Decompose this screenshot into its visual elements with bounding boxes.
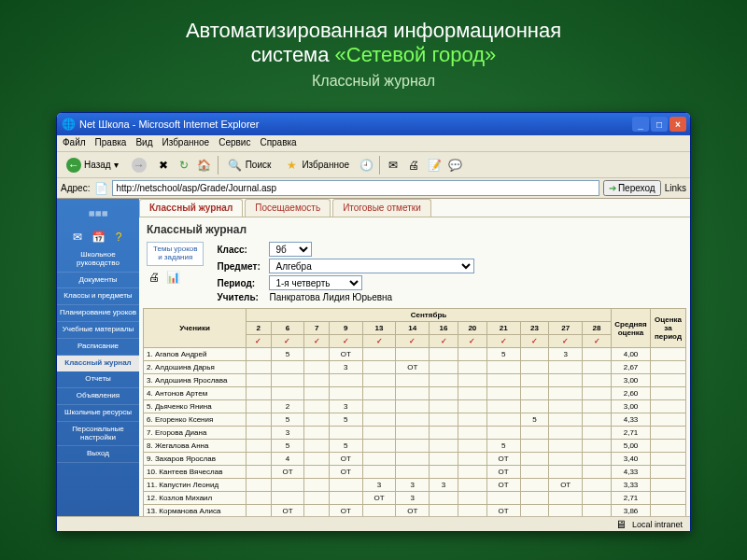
- grade-cell[interactable]: [304, 361, 330, 374]
- grade-cell[interactable]: [362, 374, 396, 387]
- grade-cell[interactable]: [486, 413, 520, 427]
- grade-cell[interactable]: [304, 413, 330, 427]
- help-icon[interactable]: ?: [111, 230, 126, 245]
- grade-cell[interactable]: 3: [396, 479, 430, 492]
- grade-cell[interactable]: [362, 400, 396, 413]
- grade-cell[interactable]: 3: [329, 361, 362, 374]
- grade-cell[interactable]: [362, 387, 396, 400]
- grade-cell[interactable]: [329, 374, 362, 387]
- grade-cell[interactable]: [247, 492, 272, 505]
- grade-cell[interactable]: [583, 361, 612, 374]
- period-select[interactable]: 1-я четверть: [269, 275, 362, 290]
- mail-icon[interactable]: ✉: [386, 158, 401, 173]
- grade-cell[interactable]: [362, 453, 396, 466]
- grade-cell[interactable]: ОТ: [396, 361, 430, 374]
- menu-view[interactable]: Вид: [135, 137, 152, 149]
- calendar-icon[interactable]: 📅: [91, 230, 106, 245]
- grade-cell[interactable]: [430, 492, 458, 505]
- grade-cell[interactable]: [583, 413, 612, 427]
- tab-attendance[interactable]: Посещаемость: [245, 199, 331, 217]
- grade-cell[interactable]: [583, 348, 612, 361]
- grade-cell[interactable]: [549, 440, 583, 453]
- sidebar-item[interactable]: Школьное руководство: [57, 247, 139, 273]
- history-icon[interactable]: 🕘: [359, 158, 374, 173]
- grade-cell[interactable]: [520, 453, 549, 466]
- grade-cell[interactable]: [396, 348, 430, 361]
- sidebar-item[interactable]: Документы: [57, 273, 139, 289]
- grade-cell[interactable]: [304, 387, 330, 400]
- grade-cell[interactable]: 2: [271, 400, 304, 413]
- grade-cell[interactable]: [549, 492, 583, 505]
- grade-cell[interactable]: [458, 492, 486, 505]
- themes-button[interactable]: Темы уроков и задания: [147, 242, 204, 266]
- grade-cell[interactable]: [329, 387, 362, 400]
- grade-cell[interactable]: [362, 413, 396, 427]
- grade-cell[interactable]: 3: [271, 427, 304, 440]
- grade-cell[interactable]: ОТ: [271, 505, 304, 517]
- grade-cell[interactable]: [247, 479, 272, 492]
- grade-cell[interactable]: 5: [271, 440, 304, 453]
- grade-cell[interactable]: [396, 440, 430, 453]
- grade-cell[interactable]: ОТ: [486, 453, 520, 466]
- grade-cell[interactable]: 5: [329, 440, 362, 453]
- grade-cell[interactable]: [362, 505, 396, 517]
- grade-cell[interactable]: 3: [362, 479, 396, 492]
- grade-cell[interactable]: [430, 361, 458, 374]
- grade-cell[interactable]: ОТ: [329, 466, 362, 479]
- grade-cell[interactable]: [430, 387, 458, 400]
- grade-cell[interactable]: ОТ: [329, 505, 362, 517]
- grade-cell[interactable]: [458, 440, 486, 453]
- refresh-icon[interactable]: ↻: [176, 158, 191, 173]
- grade-cell[interactable]: [396, 466, 430, 479]
- grade-cell[interactable]: [458, 466, 486, 479]
- grade-cell[interactable]: [271, 387, 304, 400]
- print-icon[interactable]: 🖨: [147, 270, 162, 285]
- grade-cell[interactable]: [430, 400, 458, 413]
- grade-cell[interactable]: [396, 387, 430, 400]
- grade-cell[interactable]: 5: [329, 413, 362, 427]
- grade-cell[interactable]: [247, 453, 272, 466]
- grade-cell[interactable]: [549, 413, 583, 427]
- grade-cell[interactable]: ОТ: [362, 492, 396, 505]
- grade-cell[interactable]: ОТ: [271, 466, 304, 479]
- grade-cell[interactable]: [549, 400, 583, 413]
- grade-cell[interactable]: [396, 400, 430, 413]
- sidebar-item[interactable]: Классы и предметы: [57, 288, 139, 305]
- search-button[interactable]: 🔍Поиск: [224, 156, 275, 175]
- grade-cell[interactable]: 5: [271, 413, 304, 427]
- export-icon[interactable]: 📊: [165, 270, 180, 285]
- grade-cell[interactable]: 3: [549, 348, 583, 361]
- grade-cell[interactable]: [486, 427, 520, 440]
- sidebar-item[interactable]: Выход: [57, 446, 139, 463]
- grade-cell[interactable]: [520, 427, 549, 440]
- grade-cell[interactable]: [520, 505, 549, 517]
- grade-cell[interactable]: [329, 427, 362, 440]
- grade-cell[interactable]: [583, 400, 612, 413]
- grade-cell[interactable]: [583, 492, 612, 505]
- grade-cell[interactable]: [247, 361, 272, 374]
- grade-cell[interactable]: [271, 479, 304, 492]
- grade-cell[interactable]: [247, 427, 272, 440]
- maximize-button[interactable]: □: [651, 117, 668, 132]
- grade-cell[interactable]: [583, 374, 612, 387]
- grade-cell[interactable]: [583, 479, 612, 492]
- tab-journal[interactable]: Классный журнал: [139, 199, 243, 217]
- grade-cell[interactable]: [549, 427, 583, 440]
- grade-cell[interactable]: [520, 479, 549, 492]
- url-input[interactable]: [112, 180, 599, 196]
- grade-cell[interactable]: [304, 492, 330, 505]
- menu-edit[interactable]: Правка: [95, 137, 127, 149]
- grade-cell[interactable]: [430, 427, 458, 440]
- grade-cell[interactable]: [271, 374, 304, 387]
- grade-cell[interactable]: [458, 413, 486, 427]
- menu-fav[interactable]: Избранное: [162, 137, 209, 149]
- grade-cell[interactable]: [486, 387, 520, 400]
- grade-cell[interactable]: ОТ: [486, 505, 520, 517]
- grade-cell[interactable]: [396, 413, 430, 427]
- grade-cell[interactable]: 4: [271, 453, 304, 466]
- grade-cell[interactable]: [362, 348, 396, 361]
- grade-cell[interactable]: [304, 348, 330, 361]
- subject-select[interactable]: Алгебра: [269, 259, 474, 273]
- grade-cell[interactable]: [458, 400, 486, 413]
- grade-cell[interactable]: [362, 466, 396, 479]
